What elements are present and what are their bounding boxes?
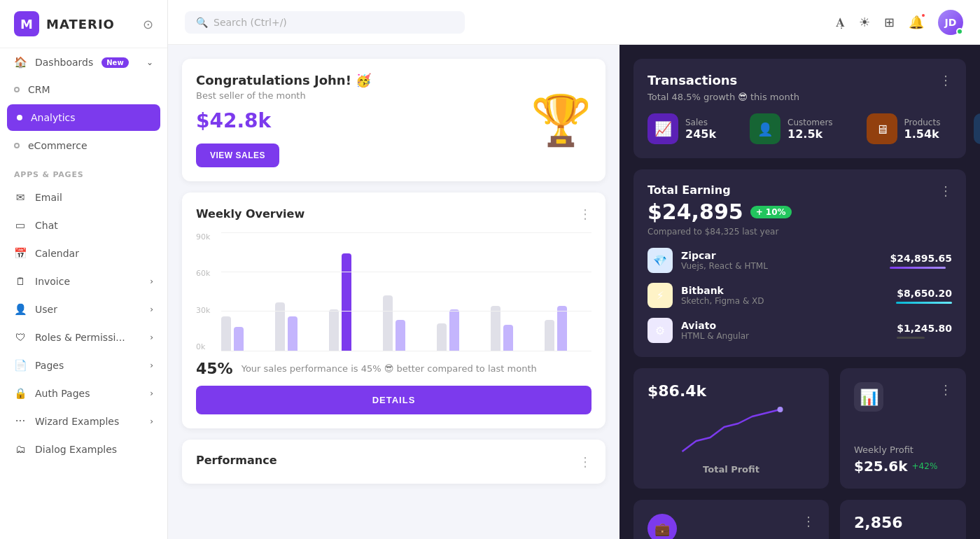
target-icon[interactable]: ⊙	[143, 17, 153, 31]
bar-group-6	[491, 306, 538, 351]
shield-icon: 🛡	[14, 331, 27, 344]
view-sales-button[interactable]: VIEW SALES	[196, 144, 279, 167]
notification-icon[interactable]: 🔔	[909, 15, 924, 29]
aviato-right: $1,245.80	[897, 323, 952, 339]
calendar-icon: 📅	[14, 247, 27, 260]
week-description: Your sales performance is 45% 😎 better c…	[241, 363, 537, 374]
stat-sales: 📈 Sales 245k	[648, 113, 716, 144]
congrats-card: Congratulations John! 🥳 Best seller of t…	[182, 59, 606, 181]
sidebar-item-dialog[interactable]: 🗂 Dialog Examples	[0, 435, 167, 463]
performance-title: Performance	[196, 454, 277, 467]
briefcase-icon: 💼	[648, 514, 677, 539]
customers-icon: 👤	[750, 113, 780, 144]
chevron-right-icon: ›	[150, 304, 153, 314]
avatar[interactable]: JD	[938, 10, 963, 35]
transactions-subtitle: Total 48.5% growth 😎 this month	[648, 92, 799, 102]
mini-stats-count: 2,856	[854, 514, 952, 531]
bar-purple	[503, 325, 513, 351]
sidebar-item-email[interactable]: ✉ Email	[0, 183, 167, 211]
zipcar-sub: Vuejs, React & HTML	[681, 261, 881, 271]
zipcar-info: Zipcar Vuejs, React & HTML	[681, 250, 881, 271]
menu-icon[interactable]: ⋮	[579, 206, 592, 221]
sidebar-item-user[interactable]: 👤 User ›	[0, 295, 167, 323]
earning-menu-icon[interactable]: ⋮	[939, 183, 952, 198]
logo-text: MATERIO	[46, 17, 115, 31]
profit-chart	[648, 402, 815, 458]
content-area: Congratulations John! 🥳 Best seller of t…	[168, 45, 980, 539]
dot-icon-active	[17, 115, 22, 120]
sidebar-label-invoice: Invoice	[35, 276, 70, 287]
content-left: Congratulations John! 🥳 Best seller of t…	[168, 45, 620, 539]
wizard-icon: ···	[14, 415, 27, 428]
chevron-right-icon: ›	[150, 332, 153, 342]
sidebar-item-calendar[interactable]: 📅 Calendar	[0, 239, 167, 267]
sidebar-item-crm[interactable]: CRM	[0, 76, 167, 103]
sidebar-item-dashboards[interactable]: 🏠 Dashboards New ⌄	[0, 48, 167, 76]
sidebar-label-pages: Pages	[35, 360, 64, 371]
bitbank-amount: $8,650.20	[896, 288, 952, 299]
sidebar-item-chat[interactable]: ▭ Chat	[0, 211, 167, 239]
invoice-icon: 🗒	[14, 275, 27, 288]
customers-label: Customers	[788, 118, 833, 127]
sidebar-item-auth[interactable]: 🔒 Auth Pages ›	[0, 379, 167, 407]
bitbank-progress	[896, 302, 952, 304]
new-project-card: 💼 ⋮ New Project 862 -18% Yearly Project	[634, 500, 829, 539]
stat-revenue: $ Revenue $88k	[974, 113, 980, 144]
bitbank-sub: Sketch, Figma & XD	[681, 296, 888, 306]
bar-group-2	[275, 302, 322, 351]
pages-icon: 📄	[14, 359, 27, 372]
notification-dot	[920, 13, 926, 18]
profit-card-label: Total Profit	[648, 464, 815, 475]
logo-icon: M	[14, 11, 39, 36]
grid-icon[interactable]: ⊞	[884, 15, 895, 29]
weekly-profit-amount: $25.6k	[854, 458, 908, 475]
bitbank-name: Bitbank	[681, 285, 888, 296]
transactions-menu-icon[interactable]: ⋮	[939, 73, 952, 88]
zipcar-amount: $24,895.65	[890, 253, 952, 264]
sidebar-label-analytics: Analytics	[31, 112, 76, 123]
earning-compare: Compared to $84,325 last year	[648, 227, 952, 237]
project-menu-icon[interactable]: ⋮	[802, 514, 815, 528]
details-button[interactable]: DETAILS	[196, 386, 592, 414]
avatar-online-indicator	[956, 28, 963, 35]
congrats-title: Congratulations John! 🥳	[196, 73, 592, 88]
home-icon: 🏠	[14, 56, 27, 69]
bar-gray	[275, 302, 285, 351]
search-bar[interactable]: 🔍 Search (Ctrl+/)	[185, 11, 465, 34]
weekly-profit-card: 📊 ⋮ Weekly Profit $25.6k +42%	[840, 368, 966, 489]
bar-group-7	[545, 306, 592, 351]
sidebar-item-pages[interactable]: 📄 Pages ›	[0, 351, 167, 379]
sidebar-item-roles[interactable]: 🛡 Roles & Permissi... ›	[0, 323, 167, 351]
sidebar-item-wizard[interactable]: ··· Wizard Examples ›	[0, 407, 167, 435]
sidebar: M MATERIO ⊙ 🏠 Dashboards New ⌄ CRM Analy…	[0, 0, 168, 539]
bitbank-right: $8,650.20	[896, 288, 952, 304]
bar-group-1	[221, 316, 268, 351]
products-label: Products	[904, 118, 941, 127]
weekly-menu-icon[interactable]: ⋮	[939, 382, 952, 397]
zipcar-progress	[890, 267, 946, 269]
translate-icon[interactable]: 𝐀̣	[836, 15, 845, 30]
sidebar-label-calendar: Calendar	[35, 248, 79, 259]
sidebar-item-invoice[interactable]: 🗒 Invoice ›	[0, 267, 167, 295]
dot-icon	[14, 87, 20, 92]
chat-icon: ▭	[14, 219, 27, 232]
sidebar-label-dashboards: Dashboards	[35, 57, 93, 68]
search-icon: 🔍	[196, 17, 208, 28]
svg-point-0	[778, 407, 783, 412]
bar-gray	[437, 323, 447, 351]
sidebar-label-chat: Chat	[35, 220, 58, 231]
zipcar-name: Zipcar	[681, 250, 881, 261]
earn-item-bitbank: ⚡ Bitbank Sketch, Figma & XD $8,650.20	[648, 283, 952, 308]
dialog-icon: 🗂	[14, 443, 27, 456]
products-value: 1.54k	[904, 127, 941, 141]
chevron-right-icon: ›	[150, 388, 153, 398]
menu-icon[interactable]: ⋮	[579, 454, 592, 469]
earning-amount: $24,895 + 10%	[648, 200, 952, 224]
bar-gray	[491, 306, 500, 351]
new-badge: New	[102, 57, 128, 68]
total-earning-card: Total Earning ⋮ $24,895 + 10% Compared t…	[634, 169, 966, 357]
sidebar-item-ecommerce[interactable]: eCommerce	[0, 132, 167, 159]
brightness-icon[interactable]: ☀	[859, 15, 870, 29]
bar-group-4	[383, 295, 430, 351]
sidebar-item-analytics[interactable]: Analytics	[7, 104, 160, 131]
